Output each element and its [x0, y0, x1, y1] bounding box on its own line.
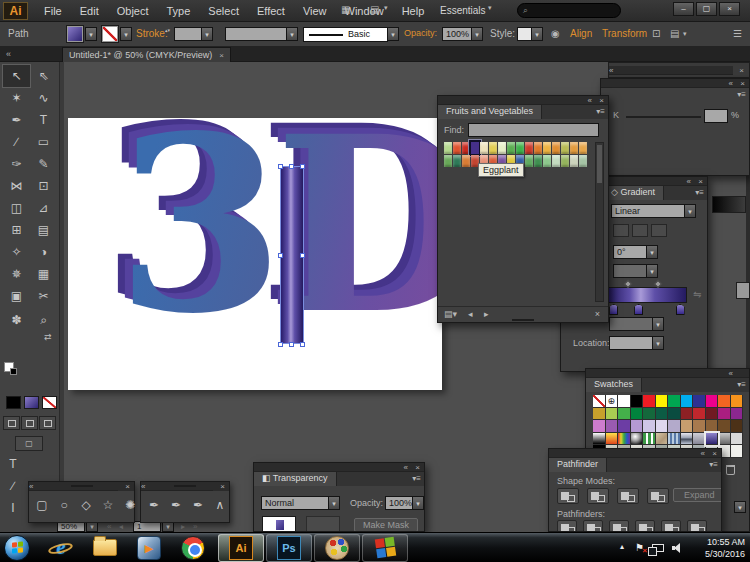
- rectangle-tool[interactable]: ▭: [30, 131, 57, 153]
- menu-view[interactable]: View: [294, 5, 336, 17]
- ellipse-tool[interactable]: ○: [57, 498, 71, 512]
- add-anchor-point-tool[interactable]: ✒: [169, 498, 183, 512]
- gradient-stop[interactable]: [676, 304, 685, 315]
- reverse-gradient-icon[interactable]: ⇋: [693, 289, 701, 300]
- find-input[interactable]: [468, 123, 599, 137]
- crop-button[interactable]: [635, 520, 655, 532]
- library-swatch[interactable]: [453, 142, 461, 154]
- blend-tool[interactable]: ◑: [30, 241, 57, 263]
- tab-fruits-and-vegetables[interactable]: Fruits and Vegetables: [438, 105, 542, 119]
- taskbar-paint-button[interactable]: [314, 534, 360, 562]
- scroll-thumb[interactable]: [597, 145, 602, 183]
- tab-transparency[interactable]: ◧ Transparency: [254, 472, 337, 486]
- gradient-midpoint[interactable]: [654, 280, 662, 288]
- collapse-panel-icon[interactable]: «: [687, 177, 691, 186]
- gradient-tool[interactable]: ▤: [30, 219, 57, 241]
- variable-width-profile-field[interactable]: [225, 27, 287, 41]
- trim-button[interactable]: [583, 520, 603, 532]
- swatch[interactable]: [718, 395, 731, 408]
- gradient-aspect-dropdown-icon[interactable]: ▾: [646, 264, 658, 278]
- selection-handle[interactable]: [300, 164, 305, 169]
- close-panel-icon[interactable]: ×: [415, 463, 420, 472]
- minus-back-button[interactable]: [687, 520, 707, 532]
- gradient-slider[interactable]: [607, 287, 687, 303]
- vertical-type-tool[interactable]: I: [11, 501, 14, 515]
- magic-wand-tool[interactable]: ✶: [3, 87, 30, 109]
- polygon-tool[interactable]: ◇: [79, 498, 93, 512]
- drag-grip[interactable]: [174, 485, 196, 487]
- intersect-button[interactable]: [617, 488, 639, 504]
- align-link[interactable]: Align: [570, 28, 592, 39]
- library-swatch[interactable]: [489, 142, 497, 154]
- swatch[interactable]: [631, 433, 644, 446]
- stroke-weight-stepper[interactable]: ▴▾: [163, 27, 172, 42]
- gradient-fill-button[interactable]: [613, 224, 629, 237]
- strip-header[interactable]: « ×: [29, 482, 134, 491]
- stroke-weight-dropdown-icon[interactable]: ▾: [201, 27, 213, 41]
- swatch[interactable]: [618, 408, 631, 421]
- brush-dropdown-icon[interactable]: ▾: [387, 27, 399, 41]
- minus-front-button[interactable]: [587, 488, 609, 504]
- slice-tool[interactable]: ✂: [30, 285, 57, 307]
- collapse-panel-icon[interactable]: «: [404, 463, 408, 472]
- menu-edit[interactable]: Edit: [71, 5, 108, 17]
- library-swatch[interactable]: [507, 142, 515, 154]
- swatch[interactable]: [656, 433, 669, 446]
- swatch[interactable]: [681, 420, 694, 433]
- swatch[interactable]: [593, 395, 606, 408]
- close-panel-icon[interactable]: ×: [599, 96, 604, 105]
- transform-link[interactable]: Transform: [602, 28, 647, 39]
- chrome-icon[interactable]: [180, 535, 206, 561]
- next-artboard-icon[interactable]: ▸: [181, 522, 185, 531]
- swatch[interactable]: [606, 420, 619, 433]
- bounding-box-icon[interactable]: ⊡: [652, 28, 660, 39]
- swatch[interactable]: [731, 433, 744, 446]
- gradient-type-select[interactable]: Linear: [611, 204, 685, 218]
- exclude-button[interactable]: [647, 488, 669, 504]
- library-swatch[interactable]: [552, 142, 560, 154]
- swatch[interactable]: [643, 433, 656, 446]
- shear-tool[interactable]: ∕: [12, 479, 14, 493]
- swatch[interactable]: [693, 420, 706, 433]
- default-fill-stroke-icon[interactable]: [4, 362, 14, 372]
- tab-gradient[interactable]: ◇ Gradient: [603, 186, 664, 200]
- swatch[interactable]: [731, 445, 744, 458]
- selection-handle[interactable]: [278, 342, 283, 347]
- selection-handle[interactable]: [300, 253, 305, 258]
- lasso-tool[interactable]: ∿: [30, 87, 57, 109]
- registration-swatch[interactable]: ⊕: [606, 395, 619, 408]
- swatch[interactable]: [631, 395, 644, 408]
- divide-button[interactable]: [557, 520, 577, 532]
- library-swatch[interactable]: [471, 142, 479, 154]
- mask-thumbnail[interactable]: [306, 516, 340, 532]
- delete-icon[interactable]: ×: [595, 309, 600, 319]
- taskbar-illustrator-button[interactable]: Ai: [218, 534, 264, 562]
- minimize-button[interactable]: –: [673, 2, 694, 16]
- close-panel-icon[interactable]: ×: [125, 482, 130, 491]
- opacity-dropdown-icon[interactable]: ▾: [471, 27, 483, 41]
- selection-tool[interactable]: ↖: [3, 65, 30, 87]
- library-swatch[interactable]: [552, 155, 560, 167]
- next-library-icon[interactable]: ▸: [484, 309, 489, 319]
- swatch[interactable]: [618, 395, 631, 408]
- mesh-tool[interactable]: ⊞: [3, 219, 30, 241]
- swatch[interactable]: [693, 408, 706, 421]
- document-tab[interactable]: Untitled-1* @ 50% (CMYK/Preview) ×: [62, 47, 231, 62]
- library-swatch[interactable]: [570, 142, 578, 154]
- first-artboard-icon[interactable]: «: [107, 522, 111, 531]
- pen-tool[interactable]: ✒: [147, 498, 161, 512]
- previous-artboard-icon[interactable]: ◂: [119, 522, 123, 531]
- toolbar-collapse-icon[interactable]: «: [6, 49, 11, 59]
- swatch[interactable]: [681, 408, 694, 421]
- collapse-panel-icon[interactable]: «: [729, 79, 733, 88]
- type-tool[interactable]: T: [30, 109, 57, 131]
- swatch[interactable]: [631, 420, 644, 433]
- previous-library-icon[interactable]: ◂: [468, 309, 473, 319]
- show-hidden-icons-button[interactable]: ▴: [620, 542, 624, 551]
- make-mask-button[interactable]: Make Mask: [354, 518, 418, 532]
- expand-button[interactable]: Expand: [673, 488, 722, 502]
- tab-pathfinder[interactable]: Pathfinder: [549, 458, 607, 472]
- direct-selection-tool[interactable]: ⇖: [30, 65, 57, 87]
- swatch[interactable]: [731, 420, 744, 433]
- merge-button[interactable]: [609, 520, 629, 532]
